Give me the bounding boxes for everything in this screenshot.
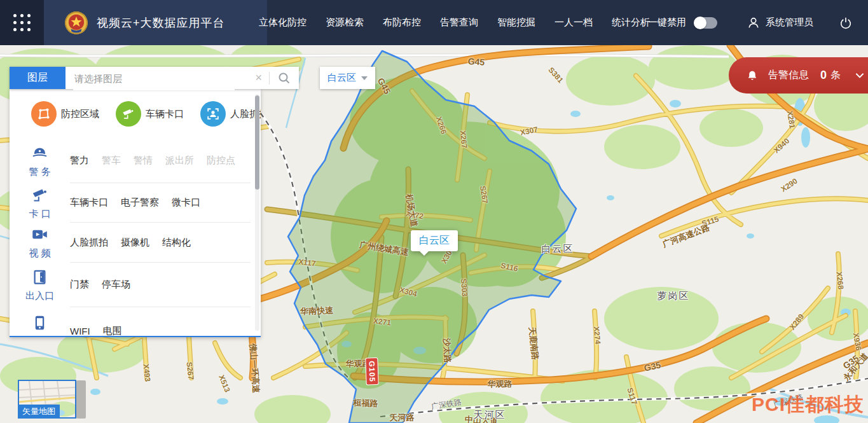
district-tooltip[interactable]: 白云区 [411,230,458,251]
minimap[interactable]: 矢量地图 [18,380,76,419]
layer-group-toggle-1[interactable]: 警 务 [10,139,70,183]
layer-search-input[interactable] [73,67,235,90]
logout-power-icon[interactable] [839,16,853,30]
bell-icon [745,69,759,83]
alert-bar[interactable]: 告警信息 0 条 [729,57,868,94]
layer-group-toggle-5[interactable]: 手 机 [10,307,70,337]
chevron-down-icon[interactable] [855,72,865,80]
nav-item-3[interactable]: 布防布控 [383,17,421,29]
nav-item-4[interactable]: 告警查询 [440,17,478,29]
police-cap-icon [31,144,48,164]
clear-search-icon[interactable]: × [255,71,262,84]
video-camera-icon [31,226,48,246]
app-grid-icon[interactable] [0,0,44,45]
layer-group-label: 卡 口 [29,208,50,220]
face-capture-icon [200,101,226,127]
layer-item[interactable]: 警车 [102,155,121,167]
vehicle-checkpoint-icon [116,101,141,127]
region-selector[interactable]: 白云区 [320,67,375,89]
checkpoint-camera-icon [31,186,48,206]
layer-group-label: 警 务 [29,166,50,178]
layer-group-items: 警力警车警情派出所防控点 [70,139,251,183]
layer-item[interactable]: 门禁 [70,279,89,291]
layer-item[interactable]: 微卡口 [172,197,200,209]
layer-group-3: 视 频人脸抓拍摄像机结构化 [10,223,261,263]
app-window: X284X283X264X267X266S267X272X307X281S381… [0,0,868,423]
alert-label: 告警信息 [768,69,809,82]
nav-item-6[interactable]: 一人一档 [555,17,593,29]
quick-layer-label: 车辆卡口 [146,108,184,120]
app-title: 视频云+大数据应用平台 [97,15,225,31]
quick-layer-2[interactable]: 车辆卡口 [116,101,184,127]
quick-layer-label: 防控区域 [61,108,99,120]
region-selector-value: 白云区 [327,72,356,84]
layer-group-1: 警 务警力警车警情派出所防控点 [10,139,261,183]
layer-group-5: 手 机WIFI电围 [10,307,261,337]
logo-block: 视频云+大数据应用平台 [44,0,267,45]
layer-item[interactable]: 派出所 [165,155,194,167]
layer-group-items: 人脸抓拍摄像机结构化 [70,223,251,263]
layer-item[interactable]: 摄像机 [121,237,149,249]
quick-disable-toggle[interactable] [694,17,717,29]
nav-item-5[interactable]: 智能挖掘 [497,17,535,29]
layer-group-items: WIFI电围 [70,307,251,337]
alert-count: 0 [820,69,827,82]
alert-unit: 条 [830,69,841,82]
quick-layer-1[interactable]: 防控区域 [31,101,99,127]
nav-item-1[interactable]: 立体化防控 [259,17,307,29]
layer-item[interactable]: 人脸抓拍 [70,237,108,249]
layer-group-label: 手 机 [29,336,50,337]
username: 系统管理员 [766,17,813,29]
layer-item[interactable]: WIFI [70,326,90,336]
user-icon [747,16,761,30]
user-menu[interactable]: 系统管理员 [747,16,813,30]
layer-item[interactable]: 停车场 [102,279,130,291]
layer-item[interactable]: 电围 [103,325,122,337]
panel-scrollbar[interactable] [255,94,259,331]
layer-item[interactable]: 警力 [70,155,89,167]
layer-groups: 警 务警力警车警情派出所防控点卡 口车辆卡口电子警察微卡口视 频人脸抓拍摄像机结… [10,139,261,337]
layer-group-toggle-4[interactable]: 出入口 [10,263,70,307]
region-icon [31,101,57,127]
main-nav: 立体化防控资源检索布防布控告警查询智能挖掘一人一档统计分析 [259,0,650,45]
chevron-down-icon [361,76,368,80]
nav-item-7[interactable]: 统计分析 [612,17,650,29]
layer-search-bar: 图层 × [10,67,299,89]
layer-tab-button[interactable]: 图层 [10,67,65,89]
layer-group-4: 出入口门禁停车场 [10,263,261,307]
layer-group-label: 视 频 [29,247,50,260]
nav-item-2[interactable]: 资源检索 [326,17,364,29]
layer-item[interactable]: 防控点 [207,155,235,167]
door-icon [31,268,48,288]
layer-item[interactable]: 警情 [134,155,153,167]
quick-layers-row: 防控区域车辆卡口人脸抓拍 [10,89,261,139]
quick-layer-3[interactable]: 人脸抓拍 [200,101,261,127]
map-watermark: PCI佳都科技 [752,392,864,418]
layer-group-2: 卡 口车辆卡口电子警察微卡口 [10,183,261,223]
topbar-right: 一键禁用 系统管理员 [648,0,868,45]
search-icon[interactable] [277,71,291,85]
layer-item[interactable]: 结构化 [162,237,191,249]
police-badge-logo [64,11,88,35]
phone-icon [31,314,48,334]
layer-group-items: 车辆卡口电子警察微卡口 [70,183,251,223]
scrollbar-thumb[interactable] [255,95,259,190]
minimap-label[interactable]: 矢量地图 [18,405,60,419]
layer-item[interactable]: 电子警察 [121,197,159,209]
layer-group-toggle-3[interactable]: 视 频 [10,223,70,263]
layer-item[interactable]: 车辆卡口 [70,197,108,209]
topbar: 视频云+大数据应用平台 立体化防控资源检索布防布控告警查询智能挖掘一人一档统计分… [0,0,868,45]
quick-disable-label: 一键禁用 [648,17,686,29]
minimap-handle[interactable] [76,380,86,419]
layer-panel: 防控区域车辆卡口人脸抓拍 警 务警力警车警情派出所防控点卡 口车辆卡口电子警察微… [10,89,261,337]
layer-group-label: 出入口 [25,290,54,302]
layer-group-toggle-2[interactable]: 卡 口 [10,183,70,223]
layer-group-items: 门禁停车场 [70,263,251,307]
divider [269,72,270,85]
